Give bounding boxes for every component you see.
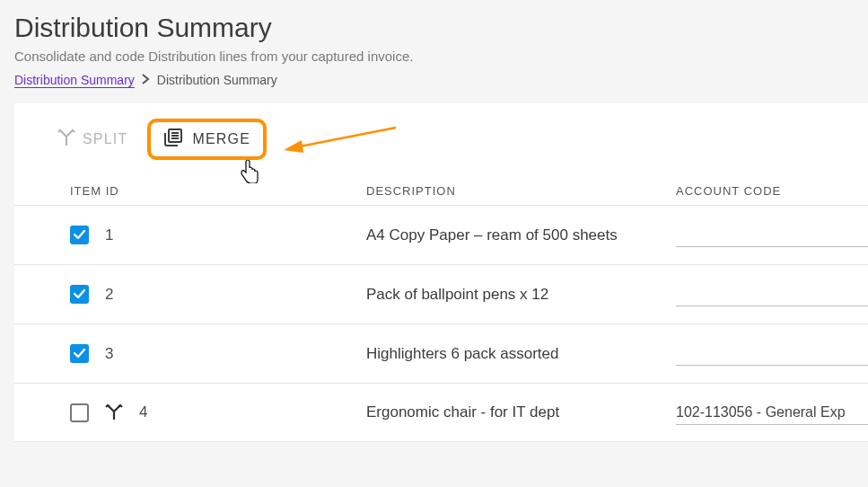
table-row: 1A4 Copy Paper – ream of 500 sheets [14, 205, 868, 264]
row-checkbox[interactable] [70, 226, 89, 244]
split-indicator-icon [105, 403, 123, 421]
merge-button[interactable]: MERGE [163, 128, 250, 151]
merge-callout-frame: MERGE [147, 119, 267, 160]
description-value: Ergonomic chair - for IT dept [366, 403, 676, 421]
breadcrumb: Distribution Summary Distribution Summar… [14, 73, 854, 87]
row-checkbox[interactable] [70, 344, 89, 363]
table-row: 2Pack of ballpoint pens x 12 [14, 264, 868, 323]
col-description: DESCRIPTION [366, 184, 676, 198]
chevron-right-icon [142, 73, 150, 87]
distribution-table: ITEM ID DESCRIPTION ACCOUNT CODE 1A4 Cop… [14, 164, 868, 442]
item-id-value: 4 [139, 403, 147, 421]
account-code-input[interactable] [676, 341, 868, 366]
item-id-value: 2 [105, 286, 113, 304]
page-subtitle: Consolidate and code Distribution lines … [14, 49, 854, 64]
breadcrumb-current: Distribution Summary [157, 73, 277, 87]
split-button[interactable]: SPLIT [57, 128, 127, 150]
merge-label: MERGE [192, 131, 250, 147]
page-title: Distribution Summary [14, 13, 854, 43]
col-item-id: ITEM ID [14, 184, 366, 198]
item-id-value: 1 [105, 226, 113, 244]
split-label: SPLIT [83, 131, 127, 147]
breadcrumb-link[interactable]: Distribution Summary [14, 73, 135, 87]
table-row: 4Ergonomic chair - for IT dept [14, 383, 868, 442]
account-code-input[interactable] [676, 223, 868, 247]
merge-icon [163, 128, 183, 151]
account-code-input[interactable] [676, 401, 868, 425]
table-row: 3Highlighters 6 pack assorted [14, 323, 868, 383]
description-value: A4 Copy Paper – ream of 500 sheets [366, 226, 676, 244]
description-value: Highlighters 6 pack assorted [366, 345, 676, 363]
description-value: Pack of ballpoint pens x 12 [366, 286, 676, 304]
col-account-code: ACCOUNT CODE [676, 184, 868, 198]
item-id-value: 3 [105, 345, 113, 363]
account-code-input[interactable] [676, 282, 868, 306]
row-checkbox[interactable] [70, 285, 89, 304]
split-icon [57, 128, 75, 150]
row-checkbox[interactable] [70, 403, 89, 422]
